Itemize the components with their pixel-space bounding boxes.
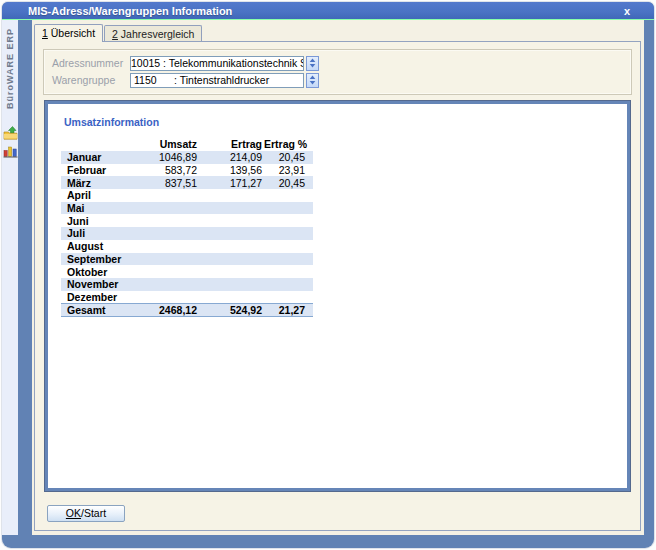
close-icon[interactable]: x bbox=[620, 5, 634, 17]
table-row: März837,51171,2720,45 bbox=[61, 176, 313, 189]
up-down-spinner-icon bbox=[309, 58, 316, 68]
tab-panel-uebersicht: Adressnummer 10015 : Telekommunikationst… bbox=[34, 41, 641, 531]
window-body: BüroWARE ERP bbox=[2, 20, 654, 547]
warengruppe-value: 1150 : Tintenstrahldrucker bbox=[131, 74, 303, 86]
button-row: OK/Start bbox=[35, 499, 640, 527]
adressnummer-label: Adressnummer bbox=[52, 57, 130, 69]
content-area: 1 Übersicht 2 Jahresvergleich Adressnumm… bbox=[32, 20, 644, 535]
adressnummer-value: 10015 : Telekommunikationstechnik Seip /… bbox=[131, 57, 303, 69]
table-row: Januar1046,89214,0920,45 bbox=[61, 151, 313, 164]
mis-window: MIS-Adress/Warengruppen Information x Bü… bbox=[2, 2, 654, 548]
table-row: September bbox=[61, 253, 313, 266]
table-row: Juni bbox=[61, 214, 313, 227]
table-header-row: Umsatz Ertrag Ertrag % bbox=[61, 137, 313, 151]
col-ertrag: Ertrag bbox=[199, 137, 264, 151]
warengruppe-spinner-button[interactable] bbox=[306, 73, 319, 88]
adressnummer-spinner-button[interactable] bbox=[306, 56, 319, 71]
table-row: Juli bbox=[61, 227, 313, 240]
table-row: Mai bbox=[61, 202, 313, 215]
table-row: November bbox=[61, 278, 313, 291]
tab-uebersicht[interactable]: 1 Übersicht bbox=[34, 24, 103, 42]
up-down-spinner-icon bbox=[309, 75, 316, 85]
ok-start-button[interactable]: OK/Start bbox=[47, 505, 125, 522]
brand-vertical-label: BüroWARE ERP bbox=[2, 28, 18, 128]
tab-jahresvergleich[interactable]: 2 Jahresvergleich bbox=[104, 25, 202, 41]
open-folder-icon[interactable] bbox=[3, 126, 18, 140]
report-panel: Umsatzinformation Umsatz Ertrag Ertrag % bbox=[45, 101, 630, 491]
frame-gap bbox=[18, 20, 32, 535]
adressnummer-field[interactable]: 10015 : Telekommunikationstechnik Seip /… bbox=[130, 56, 304, 71]
window-title: MIS-Adress/Warengruppen Information bbox=[28, 5, 620, 17]
filter-groupbox: Adressnummer 10015 : Telekommunikationst… bbox=[43, 49, 632, 95]
table-row: Oktober bbox=[61, 265, 313, 278]
tab-strip: 1 Übersicht 2 Jahresvergleich bbox=[32, 20, 644, 41]
table-row: August bbox=[61, 240, 313, 253]
report-title: Umsatzinformation bbox=[64, 116, 627, 128]
table-row: April bbox=[61, 189, 313, 202]
umsatz-table: Umsatz Ertrag Ertrag % Januar1046,89214,… bbox=[61, 137, 313, 317]
table-total-row: Gesamt2468,12524,9221,27 bbox=[61, 303, 313, 316]
warengruppe-label: Warengruppe bbox=[52, 74, 130, 86]
table-row: Februar583,72139,5623,91 bbox=[61, 164, 313, 177]
chart-icon[interactable] bbox=[3, 144, 18, 158]
col-umsatz: Umsatz bbox=[123, 137, 199, 151]
sidebar-toolbar bbox=[2, 126, 18, 158]
col-ertrag-pct: Ertrag % bbox=[264, 137, 313, 151]
adressnummer-row: Adressnummer 10015 : Telekommunikationst… bbox=[52, 55, 623, 71]
sidebar: BüroWARE ERP bbox=[2, 20, 18, 535]
title-bar: MIS-Adress/Warengruppen Information x bbox=[2, 2, 654, 20]
table-row: Dezember bbox=[61, 291, 313, 304]
warengruppe-field[interactable]: 1150 : Tintenstrahldrucker bbox=[130, 73, 304, 88]
warengruppe-row: Warengruppe 1150 : Tintenstrahldrucker bbox=[52, 72, 623, 88]
